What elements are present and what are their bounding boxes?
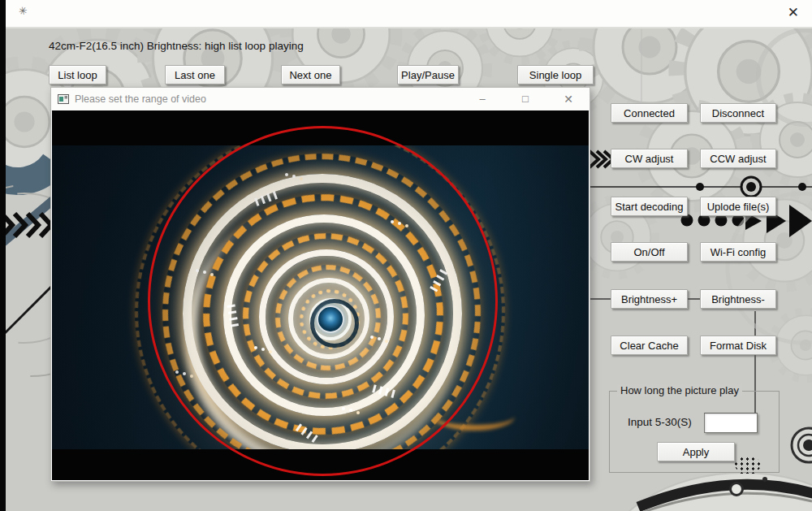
image-icon <box>58 94 69 104</box>
app-root: ✳ ✕ 42cm-F2(16.5 inch) Brightness: high … <box>0 0 812 511</box>
last-one-button[interactable]: Last one <box>165 65 225 84</box>
annotation-circle <box>148 126 498 476</box>
brightness-minus-button[interactable]: Brightness- <box>700 289 776 309</box>
format-disk-button[interactable]: Format Disk <box>700 336 776 355</box>
apply-button[interactable]: Apply <box>657 442 735 461</box>
list-loop-button[interactable]: List loop <box>49 65 106 84</box>
app-title-bar: ✳ ✕ <box>6 0 812 28</box>
close-icon[interactable]: ✕ <box>558 88 579 110</box>
clear-cache-button[interactable]: Clear Cache <box>611 336 688 355</box>
video-frame <box>52 110 589 480</box>
play-pause-button[interactable]: Play/Pause <box>397 65 459 84</box>
single-loop-button[interactable]: Single loop <box>517 65 594 84</box>
wifi-config-button[interactable]: Wi-Fi config <box>700 242 776 262</box>
disconnect-button[interactable]: Disconnect <box>700 103 776 123</box>
brightness-plus-button[interactable]: Brightness+ <box>611 289 688 309</box>
window-title: Please set the range of video <box>75 93 206 105</box>
halftone-decoration <box>733 457 762 474</box>
video-range-window: Please set the range of video – □ ✕ <box>50 87 590 482</box>
upload-files-button[interactable]: Uplode file(s) <box>700 197 776 216</box>
group-title: How long the picture play <box>617 384 742 396</box>
status-text: 42cm-F2(16.5 inch) Brightness: high list… <box>49 40 304 52</box>
app-icon: ✳ <box>18 4 29 18</box>
cw-adjust-button[interactable]: CW adjust <box>611 149 688 168</box>
on-off-button[interactable]: On/Off <box>611 242 688 262</box>
duration-input[interactable] <box>704 413 758 433</box>
duration-input-label: Input 5-30(S) <box>628 416 692 428</box>
picture-duration-group: How long the picture play Input 5-30(S) … <box>609 391 780 473</box>
connected-button[interactable]: Connected <box>611 103 688 123</box>
app-close-icon[interactable]: ✕ <box>788 4 799 22</box>
maximize-icon[interactable]: □ <box>515 88 536 110</box>
next-one-button[interactable]: Next one <box>281 65 340 84</box>
ccw-adjust-button[interactable]: CCW adjust <box>700 149 776 168</box>
screen-left-edge <box>0 0 6 511</box>
start-decoding-button[interactable]: Start decoding <box>611 197 688 216</box>
window-title-bar[interactable]: Please set the range of video – □ ✕ <box>51 88 590 111</box>
minimize-icon[interactable]: – <box>472 88 493 110</box>
